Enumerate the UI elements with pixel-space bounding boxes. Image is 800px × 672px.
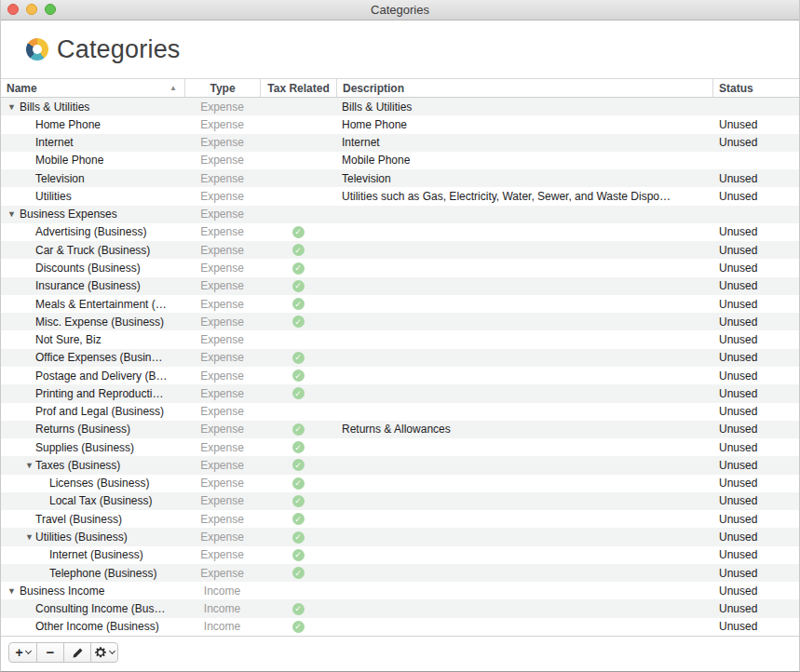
category-status-cell: Unused	[712, 475, 799, 492]
tax-related-check-icon: ✓	[292, 370, 305, 382]
category-description-cell	[336, 367, 712, 384]
category-name: Prof and Legal (Business)	[35, 405, 164, 418]
category-description-cell: Internet	[336, 134, 712, 152]
table-row[interactable]: ▼Taxes (Business)Expense✓Unused	[1, 456, 799, 474]
table-row[interactable]: Local Tax (Business)Expense✓Unused	[1, 492, 799, 510]
actions-button[interactable]	[90, 643, 117, 662]
tax-related-cell: ✓	[260, 313, 336, 330]
table-row[interactable]: Not Sure, BizExpenseUnused	[1, 330, 799, 348]
category-type-cell: Expense	[184, 438, 260, 456]
table-row[interactable]: TelevisionExpenseTelevisionUnused	[1, 169, 799, 187]
tax-related-check-icon: ✓	[292, 621, 305, 633]
table-row[interactable]: Other Income (Business)Income✓Unused	[1, 618, 799, 636]
category-name-cell: Printing and Reproducti…	[1, 384, 184, 402]
disclosure-triangle-icon[interactable]: ▼	[7, 586, 16, 596]
category-description-cell	[336, 223, 712, 241]
table-row[interactable]: Insurance (Business)Expense✓Unused	[1, 277, 799, 295]
category-description-cell: Mobile Phone	[336, 152, 712, 169]
close-button[interactable]	[7, 4, 19, 15]
disclosure-triangle-icon[interactable]: ▼	[25, 461, 34, 470]
table-row[interactable]: ▼Business IncomeIncomeUnused	[1, 582, 799, 599]
table-row[interactable]: Office Expenses (Busin…Expense✓Unused	[1, 349, 799, 367]
column-label: Description	[343, 82, 404, 95]
category-type-cell: Income	[184, 599, 260, 617]
table-row[interactable]: Licenses (Business)Expense✓Unused	[1, 475, 799, 492]
table-row[interactable]: Printing and Reproducti…Expense✓Unused	[1, 384, 799, 402]
table-row[interactable]: Meals & Entertainment (…Expense✓Unused	[1, 295, 799, 313]
category-name: Telephone (Business)	[49, 567, 156, 580]
table-row[interactable]: Telephone (Business)Expense✓Unused	[1, 564, 799, 582]
remove-category-button[interactable]: −	[36, 643, 63, 662]
column-header-status[interactable]: Status	[712, 79, 799, 97]
category-status-cell: Unused	[712, 582, 799, 599]
category-status-cell: Unused	[712, 169, 799, 187]
category-name: Other Income (Business)	[35, 620, 159, 633]
table-row[interactable]: UtilitiesExpenseUtilities such as Gas, E…	[1, 187, 799, 205]
category-name: Bills & Utilities	[20, 101, 89, 114]
category-type-cell: Expense	[184, 528, 260, 545]
table-row[interactable]: Advertising (Business)Expense✓Unused	[1, 223, 799, 241]
table-row[interactable]: InternetExpenseInternetUnused	[1, 134, 799, 152]
disclosure-triangle-icon[interactable]: ▼	[7, 209, 16, 219]
table-row[interactable]: Travel (Business)Expense✓Unused	[1, 510, 799, 528]
category-status-cell: Unused	[712, 438, 799, 456]
tax-related-cell: ✓	[260, 223, 336, 241]
table-row[interactable]: Home PhoneExpenseHome PhoneUnused	[1, 115, 799, 133]
category-status-cell: Unused	[712, 564, 799, 582]
table-row[interactable]: Internet (Business)Expense✓Unused	[1, 546, 799, 564]
category-name-cell: ▼Business Income	[1, 582, 184, 599]
table-row[interactable]: ▼Business ExpensesExpense	[1, 206, 799, 223]
tax-related-cell: ✓	[260, 510, 336, 528]
category-type-cell: Expense	[184, 564, 260, 582]
tax-related-cell	[260, 582, 336, 599]
column-header-description[interactable]: Description	[336, 79, 712, 97]
tax-related-check-icon: ✓	[292, 244, 305, 256]
column-header-tax-related[interactable]: Tax Related	[260, 79, 336, 97]
category-description-cell	[336, 259, 712, 276]
table-row[interactable]: Postage and Delivery (B…Expense✓Unused	[1, 367, 799, 384]
table-row[interactable]: Prof and Legal (Business)ExpenseUnused	[1, 403, 799, 421]
column-header-name[interactable]: Name ▲	[1, 79, 184, 97]
minimize-button[interactable]	[26, 4, 37, 15]
category-description-cell	[336, 564, 712, 582]
category-description-cell	[336, 528, 712, 545]
tax-related-cell: ✓	[260, 599, 336, 617]
table-row[interactable]: Mobile PhoneExpenseMobile Phone	[1, 152, 799, 169]
category-name-cell: Consulting Income (Bus…	[1, 599, 184, 617]
column-header-type[interactable]: Type	[184, 79, 260, 97]
category-name-cell: Car & Truck (Business)	[1, 241, 184, 259]
title-bar[interactable]: Categories	[1, 0, 799, 20]
category-name: Consulting Income (Bus…	[35, 602, 165, 615]
tax-related-check-icon: ✓	[292, 280, 305, 292]
column-label: Status	[719, 82, 753, 95]
category-status-cell: Unused	[712, 510, 799, 528]
zoom-button[interactable]	[45, 4, 56, 15]
category-description-cell	[336, 330, 712, 348]
disclosure-triangle-icon[interactable]: ▼	[7, 101, 16, 111]
table-row[interactable]: ▼Bills & UtilitiesExpenseBills & Utiliti…	[1, 98, 799, 115]
table-row[interactable]: Supplies (Business)Expense✓Unused	[1, 438, 799, 456]
tax-related-cell: ✓	[260, 241, 336, 259]
category-description-cell	[336, 295, 712, 313]
table-row[interactable]: ▼Utilities (Business)Expense✓Unused	[1, 528, 799, 545]
tax-related-check-icon: ✓	[292, 531, 305, 544]
add-category-button[interactable]: +	[9, 643, 36, 662]
category-description-cell	[336, 313, 712, 330]
table-row[interactable]: Car & Truck (Business)Expense✓Unused	[1, 241, 799, 259]
tax-related-cell	[260, 330, 336, 348]
table-row[interactable]: Returns (Business)Expense✓Returns & Allo…	[1, 421, 799, 438]
category-status-cell: Unused	[712, 421, 799, 438]
category-name: Advertising (Business)	[35, 225, 146, 238]
category-name: Business Expenses	[20, 208, 117, 221]
category-type-cell: Expense	[184, 367, 260, 384]
disclosure-triangle-icon[interactable]: ▼	[25, 532, 34, 542]
table-row[interactable]: Consulting Income (Bus…Income✓Unused	[1, 599, 799, 617]
category-status-cell: Unused	[712, 349, 799, 367]
tax-related-check-icon: ✓	[292, 352, 305, 364]
tax-related-cell	[260, 187, 336, 205]
edit-category-button[interactable]	[63, 643, 90, 662]
tax-related-cell: ✓	[260, 546, 336, 564]
table-row[interactable]: Discounts (Business)Expense✓Unused	[1, 259, 799, 276]
table-row[interactable]: Misc. Expense (Business)Expense✓Unused	[1, 313, 799, 330]
tax-related-cell	[260, 115, 336, 133]
